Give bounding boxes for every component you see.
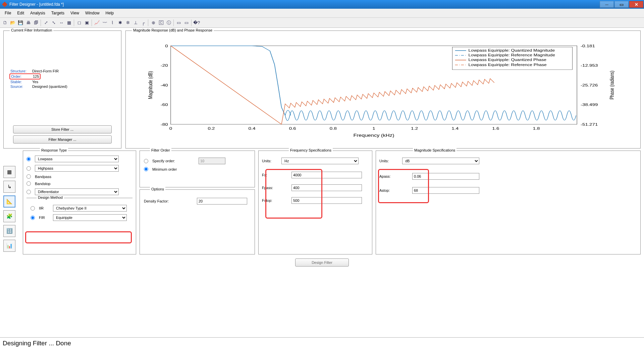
svg-text:1.2: 1.2: [411, 126, 418, 131]
realize-model-tab-icon[interactable]: 🧩: [3, 210, 15, 222]
close-button[interactable]: ✕: [629, 1, 643, 8]
phase-response-icon[interactable]: 〰: [101, 19, 108, 26]
info-row-structure: Structure: Direct-Form FIR: [10, 69, 118, 73]
fir-label: FIR: [39, 216, 50, 220]
svg-text:-51.271: -51.271: [581, 122, 598, 127]
lowpass-radio[interactable]: [26, 157, 31, 161]
highlight-fir-row: [25, 231, 132, 243]
minimum-order-radio[interactable]: [144, 167, 148, 171]
menu-file[interactable]: File: [2, 10, 14, 16]
bandstop-label: Bandstop: [35, 182, 50, 186]
apass-input[interactable]: [412, 173, 479, 180]
menu-bar: File Edit Analysis Targets View Window H…: [0, 9, 644, 18]
pan-icon[interactable]: ▦: [65, 19, 73, 26]
filter-real-icon[interactable]: ▭: [175, 19, 182, 26]
differentiator-radio[interactable]: [26, 190, 31, 194]
filter-spec-icon[interactable]: ▭: [183, 19, 190, 26]
phase-delay-icon[interactable]: ✲: [124, 19, 131, 26]
svg-text:0: 0: [169, 126, 172, 131]
bandpass-radio[interactable]: [26, 174, 31, 179]
info-row-stable: Stable: Yes: [10, 80, 118, 84]
window-titlebar: Filter Designer - [untitled.fda *] ─ ▭ ✕: [0, 0, 644, 9]
freq-units-label: Units:: [262, 159, 279, 163]
store-filter-button[interactable]: Store Filter ...: [13, 125, 112, 133]
menu-analysis[interactable]: Analysis: [28, 10, 48, 16]
svg-text:1.6: 1.6: [492, 126, 499, 131]
response-type-panel: Response Type Lowpass Highpass Bandpass …: [23, 151, 136, 254]
context-help-icon[interactable]: �?: [193, 19, 200, 26]
mag-units-label: Units:: [379, 159, 399, 163]
svg-text:1.4: 1.4: [451, 126, 459, 131]
svg-text:Phase (radians): Phase (radians): [609, 71, 615, 100]
set-quantization-tab-icon[interactable]: 🔢: [3, 225, 15, 237]
svg-text:1: 1: [372, 126, 375, 131]
fs-input[interactable]: [291, 172, 362, 178]
iir-radio[interactable]: [31, 206, 35, 211]
fstop-input[interactable]: [291, 197, 362, 204]
zoom-in-icon[interactable]: ⤢: [42, 19, 50, 26]
print-preview-icon[interactable]: 🗐: [32, 19, 40, 26]
minimize-button[interactable]: ─: [600, 1, 614, 8]
new-window-icon[interactable]: ◻: [75, 19, 83, 26]
pole-zero-editor-tab-icon[interactable]: 📐: [3, 195, 15, 208]
bandstop-radio[interactable]: [26, 181, 31, 186]
menu-help[interactable]: Help: [103, 10, 117, 16]
fpass-input[interactable]: [291, 184, 362, 191]
highpass-select[interactable]: Highpass: [35, 165, 119, 172]
svg-text:0.2: 0.2: [208, 126, 215, 131]
design-method-legend: Design Method: [37, 195, 64, 199]
toolbar-sep: [92, 19, 92, 26]
svg-text:-60: -60: [161, 103, 168, 107]
svg-text:0.8: 0.8: [330, 126, 337, 131]
fir-method-select[interactable]: Equiripple: [53, 214, 127, 221]
zoom-x-icon[interactable]: ↔: [58, 19, 65, 26]
svg-text:Magnitude (dB): Magnitude (dB): [147, 71, 153, 99]
design-filter-tab-icon[interactable]: ▦: [3, 166, 15, 178]
design-filter-button[interactable]: Design Filter: [295, 258, 349, 267]
zoom-out-icon[interactable]: ⤡: [50, 19, 57, 26]
panel-title: Response Type: [40, 148, 68, 152]
impulse-icon[interactable]: ⊥: [132, 19, 139, 26]
import-filter-tab-icon[interactable]: ↳: [3, 181, 15, 193]
mag-phase-icon[interactable]: ⌇: [109, 19, 116, 26]
svg-text:Lowpass Equiripple: Quantized : Lowpass Equiripple: Quantized Phase: [469, 58, 547, 62]
multirate-tab-icon[interactable]: 📊: [3, 240, 15, 252]
fir-radio[interactable]: [31, 216, 35, 220]
save-icon[interactable]: 💾: [17, 19, 24, 26]
full-view-icon[interactable]: ▣: [83, 19, 91, 26]
highpass-radio[interactable]: [26, 166, 31, 171]
mag-units-select[interactable]: dB: [402, 158, 479, 164]
menu-targets[interactable]: Targets: [49, 10, 67, 16]
menu-edit[interactable]: Edit: [14, 10, 27, 16]
differentiator-select[interactable]: Differentiator: [35, 188, 119, 195]
panel-title: Current Filter Information: [10, 28, 53, 32]
toolbar-sep: [173, 19, 174, 26]
info-icon[interactable]: ⓘ: [165, 19, 172, 26]
open-icon[interactable]: 📂: [9, 19, 16, 26]
view-switch-sidebar: ▦ ↳ 📐 🧩 🔢 📊: [3, 151, 19, 254]
menu-window[interactable]: Window: [83, 10, 102, 16]
filter-manager-button[interactable]: Filter Manager ...: [13, 135, 112, 143]
new-icon[interactable]: 🗋: [1, 19, 9, 26]
mag-response-icon[interactable]: 📈: [93, 19, 101, 26]
maximize-button[interactable]: ▭: [614, 1, 629, 8]
print-icon[interactable]: 🖶: [24, 19, 32, 26]
freq-units-select[interactable]: Hz: [281, 158, 359, 164]
density-factor-input[interactable]: [197, 198, 247, 205]
density-factor-label: Density Factor:: [144, 199, 194, 203]
svg-text:-38.499: -38.499: [581, 103, 598, 107]
fstop-label: Fstop:: [262, 198, 289, 202]
lowpass-select[interactable]: Lowpass: [35, 156, 119, 162]
menu-view[interactable]: View: [68, 10, 82, 16]
astop-label: Astop:: [379, 188, 410, 192]
status-bar: Designing Filter ... Done: [0, 337, 644, 349]
specify-order-radio[interactable]: [144, 159, 148, 163]
coeff-icon[interactable]: 🄲: [157, 19, 165, 26]
toolbar-sep: [41, 19, 41, 26]
iir-method-select[interactable]: Chebyshev Type II: [53, 205, 127, 212]
group-delay-icon[interactable]: ✱: [116, 19, 124, 26]
pole-zero-icon[interactable]: ⊕: [150, 19, 157, 26]
options-legend: Options: [150, 187, 165, 191]
astop-input[interactable]: [412, 187, 479, 194]
step-icon[interactable]: ┌: [140, 19, 147, 26]
